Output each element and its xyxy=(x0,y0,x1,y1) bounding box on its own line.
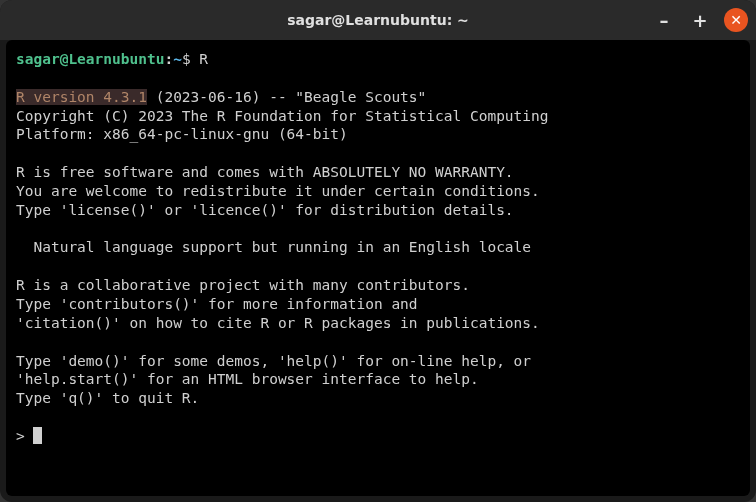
r-version-line: R version 4.3.1 (2023-06-16) -- "Beagle … xyxy=(16,88,740,107)
r-copyright: Copyright (C) 2023 The R Foundation for … xyxy=(16,107,740,126)
window-controls: – + ✕ xyxy=(652,8,748,32)
r-prompt-line: > xyxy=(16,427,740,446)
prompt-path: ~ xyxy=(173,51,182,67)
r-warranty-3: Type 'license()' or 'licence()' for dist… xyxy=(16,201,740,220)
r-collab-2: Type 'contributors()' for more informati… xyxy=(16,295,740,314)
r-prompt: > xyxy=(16,428,33,444)
output-blank xyxy=(16,408,740,427)
prompt-user-host: sagar@Learnubuntu xyxy=(16,51,164,67)
terminal-body[interactable]: sagar@Learnubuntu:~$ R R version 4.3.1 (… xyxy=(6,40,750,496)
r-collab-3: 'citation()' on how to cite R or R packa… xyxy=(16,314,740,333)
r-warranty-2: You are welcome to redistribute it under… xyxy=(16,182,740,201)
r-platform: Platform: x86_64-pc-linux-gnu (64-bit) xyxy=(16,125,740,144)
shell-prompt-line: sagar@Learnubuntu:~$ R xyxy=(16,50,740,69)
output-blank xyxy=(16,144,740,163)
r-help-2: 'help.start()' for an HTML browser inter… xyxy=(16,370,740,389)
window-title: sagar@Learnubuntu: ~ xyxy=(287,12,469,28)
r-warranty-1: R is free software and comes with ABSOLU… xyxy=(16,163,740,182)
cursor-icon xyxy=(33,427,42,444)
r-version-highlight: R version 4.3.1 xyxy=(16,89,147,105)
output-blank xyxy=(16,69,740,88)
r-collab-1: R is a collaborative project with many c… xyxy=(16,276,740,295)
maximize-icon[interactable]: + xyxy=(688,8,712,32)
output-blank xyxy=(16,257,740,276)
minimize-icon[interactable]: – xyxy=(652,8,676,32)
r-quit: Type 'q()' to quit R. xyxy=(16,389,740,408)
command-text: R xyxy=(199,51,208,67)
output-blank xyxy=(16,220,740,239)
r-locale: Natural language support but running in … xyxy=(16,238,740,257)
output-blank xyxy=(16,333,740,352)
titlebar[interactable]: sagar@Learnubuntu: ~ – + ✕ xyxy=(0,0,756,40)
close-icon[interactable]: ✕ xyxy=(724,8,748,32)
terminal-window: sagar@Learnubuntu: ~ – + ✕ sagar@Learnub… xyxy=(0,0,756,502)
r-help-1: Type 'demo()' for some demos, 'help()' f… xyxy=(16,352,740,371)
